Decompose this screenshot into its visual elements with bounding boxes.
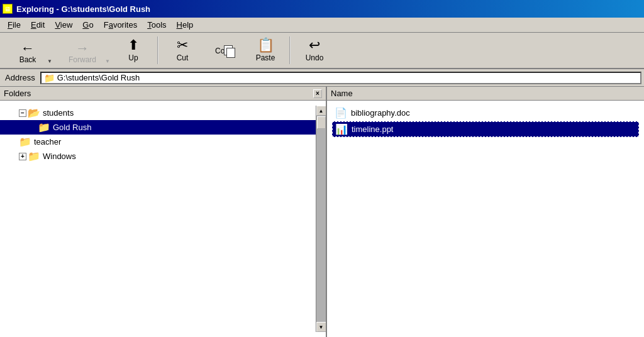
files-panel: Name 📄 bibliography.doc 📊 timeline.ppt [327, 87, 644, 337]
tree-item-teacher[interactable]: 📁 teacher [0, 135, 316, 149]
teacher-folder-icon: 📁 [19, 136, 31, 148]
address-folder-icon: 📁 [44, 73, 55, 83]
menu-tools[interactable]: Tools [142, 19, 171, 31]
folders-panel: Folders × − 📂 students 📁 Gold Rush 📁 [0, 87, 327, 337]
toolbar-separator-2 [289, 36, 291, 64]
paste-button[interactable]: 📋 Paste [245, 35, 286, 66]
address-label: Address [3, 73, 38, 82]
menu-help[interactable]: Help [172, 19, 199, 31]
menu-go[interactable]: Go [77, 19, 98, 31]
address-bar: Address 📁 G:\students\Gold Rush [0, 69, 644, 87]
folder-tree-content: − 📂 students 📁 Gold Rush 📁 teacher + [0, 106, 316, 332]
windows-label: Windows [43, 152, 76, 161]
back-icon: ← [21, 41, 35, 55]
menu-favorites[interactable]: Favorites [99, 19, 142, 31]
menu-file[interactable]: File [3, 19, 26, 31]
copy-button[interactable]: Copy [204, 35, 244, 66]
students-label: students [43, 108, 74, 118]
folder-tree: − 📂 students 📁 Gold Rush 📁 teacher + [0, 101, 326, 337]
files-column-name: Name [331, 89, 353, 98]
forward-icon: → [75, 41, 89, 55]
menu-bar: File Edit View Go Favorites Tools Help [0, 18, 644, 33]
windows-folder-icon: 📁 [28, 150, 40, 162]
up-button[interactable]: ⬆ Up [113, 35, 153, 66]
back-button[interactable]: ← Back ▼ [4, 35, 54, 66]
scrollbar-thumb[interactable] [317, 116, 326, 129]
folder-scrollbar[interactable]: ▲ ▼ [316, 106, 326, 332]
tree-item-windows[interactable]: + 📁 Windows [0, 149, 316, 163]
folders-close-button[interactable]: × [313, 89, 322, 98]
menu-view[interactable]: View [50, 19, 77, 31]
app-icon: 🖥 [3, 4, 13, 14]
tree-item-gold-rush[interactable]: 📁 Gold Rush [0, 120, 316, 135]
file-item-bibliography[interactable]: 📄 bibliography.doc [332, 106, 639, 120]
cut-label: Cut [177, 53, 189, 62]
toolbar: ← Back ▼ → Forward ▼ ⬆ Up ✂ Cut Copy 📋 P… [0, 33, 644, 69]
undo-label: Undo [306, 53, 324, 62]
timeline-name: timeline.ppt [352, 124, 393, 134]
scrollbar-down-arrow[interactable]: ▼ [316, 322, 326, 332]
files-header: Name [327, 87, 644, 101]
menu-edit[interactable]: Edit [26, 19, 50, 31]
bibliography-icon: 📄 [335, 107, 347, 119]
gold-rush-label: Gold Rush [53, 123, 91, 132]
forward-label: Forward [69, 55, 96, 64]
paste-icon: 📋 [257, 38, 274, 52]
forward-dropdown-arrow[interactable]: ▼ [105, 58, 110, 64]
back-dropdown-arrow[interactable]: ▼ [47, 58, 52, 64]
back-label: Back [19, 55, 36, 64]
undo-button[interactable]: ↩ Undo [294, 35, 335, 66]
gold-rush-folder-icon: 📁 [38, 121, 50, 133]
window-title: Exploring - G:\students\Gold Rush [16, 4, 150, 14]
tree-item-students[interactable]: − 📂 students [0, 106, 316, 120]
toolbar-separator-1 [157, 36, 158, 64]
title-bar: 🖥 Exploring - G:\students\Gold Rush [0, 0, 644, 18]
students-expand-button[interactable]: − [19, 109, 26, 117]
scrollbar-up-arrow[interactable]: ▲ [316, 106, 326, 116]
cut-button[interactable]: ✂ Cut [162, 35, 203, 66]
file-list: 📄 bibliography.doc 📊 timeline.ppt [327, 101, 644, 337]
cut-icon: ✂ [177, 38, 188, 52]
folders-header: Folders × [0, 87, 326, 101]
undo-icon: ↩ [309, 38, 320, 52]
paste-label: Paste [256, 53, 275, 62]
address-input[interactable]: 📁 G:\students\Gold Rush [40, 72, 641, 84]
timeline-icon: 📊 [335, 123, 348, 135]
students-folder-icon: 📂 [28, 107, 40, 119]
folders-title: Folders [4, 89, 31, 98]
up-label: Up [128, 53, 138, 62]
main-content: Folders × − 📂 students 📁 Gold Rush 📁 [0, 87, 644, 337]
up-icon: ⬆ [128, 38, 139, 52]
windows-expand-button[interactable]: + [19, 153, 26, 160]
scrollbar-track[interactable] [316, 116, 326, 322]
bibliography-name: bibliography.doc [351, 108, 410, 118]
file-item-timeline[interactable]: 📊 timeline.ppt [332, 121, 639, 137]
teacher-label: teacher [34, 137, 61, 146]
address-value: G:\students\Gold Rush [57, 73, 140, 82]
forward-button[interactable]: → Forward ▼ [55, 35, 112, 66]
